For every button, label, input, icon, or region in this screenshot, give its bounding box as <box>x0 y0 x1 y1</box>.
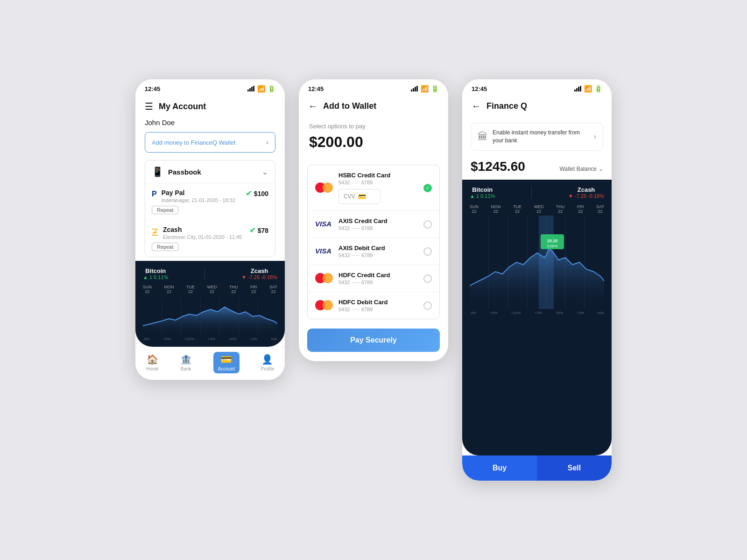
visa-logo-axis-credit: VISA <box>315 218 333 231</box>
pay-securely-button[interactable]: Pay Securely <box>307 329 440 352</box>
status-bar-3: 12:45 📶 🔋 <box>462 79 612 96</box>
card-item-hdfc-debit[interactable]: HDFC Debit Card 5432 ······ 6789 <box>308 292 439 319</box>
back-icon-2[interactable]: ← <box>308 101 317 112</box>
mastercard-logo-hdfc-debit <box>315 300 333 311</box>
svg-rect-1 <box>249 88 251 91</box>
wifi-icon-3: 📶 <box>584 85 592 92</box>
s3-chart-label-7: N/A <box>598 311 604 315</box>
status-icons-1: 📶 🔋 <box>247 85 275 92</box>
passbook-icon: 📱 <box>152 166 163 177</box>
day-mon: MON22 <box>164 285 174 294</box>
s3-bitcoin-stat: Bitcoin ▲ 1 0.11% <box>470 186 495 199</box>
chart-label-5: +6% <box>229 337 236 341</box>
passbook-header[interactable]: 📱 Passbook ⌄ <box>145 161 275 183</box>
passbook-section: 📱 Passbook ⌄ P Pay Pal Inderanagar, 21-0… <box>145 160 275 257</box>
card-num-hsbc: 5432 ······ 6789 <box>338 180 418 185</box>
username: John Doe <box>135 119 285 132</box>
nav-account-label: Account <box>218 366 235 371</box>
paypal-icon: P <box>152 190 157 198</box>
card-name-axis-credit: AXIS Credit Card <box>338 217 418 224</box>
day-fri: FRI22 <box>250 285 257 294</box>
battery-icon-3: 🔋 <box>594 85 602 92</box>
svg-rect-11 <box>413 88 414 91</box>
card-radio-hdfc-debit[interactable] <box>423 301 432 310</box>
bank-icon: 🏦 <box>180 354 192 365</box>
wallet-balance-label: Wallet Balance ⌄ <box>559 166 603 172</box>
nav-profile[interactable]: 👤 Profile <box>261 354 274 371</box>
card-radio-axis-credit[interactable] <box>423 220 432 229</box>
menu-icon[interactable]: ☰ <box>145 101 153 112</box>
card-radio-hdfc-credit[interactable] <box>423 274 432 283</box>
card-num-axis-debit: 5432 ······ 6789 <box>338 252 418 258</box>
repeat-paypal-button[interactable]: Repeat <box>152 206 178 214</box>
nav-home[interactable]: 🏠 Home <box>146 354 159 371</box>
transaction-paypal: P Pay Pal Inderanagar, 21-01-2020 - 18:3… <box>145 183 275 220</box>
nav-profile-label: Profile <box>261 366 274 371</box>
s3-zcash-stat: Zcash ▼ -7.25 -0.18% <box>568 186 604 199</box>
zcash-label: Zcash <box>241 267 277 274</box>
buy-button[interactable]: Buy <box>462 455 537 481</box>
wallet-banner[interactable]: Add money to FinanceQ Wallet › <box>145 132 275 153</box>
s3-day-tue: TUE22 <box>513 204 521 214</box>
svg-rect-3 <box>253 86 254 91</box>
s3-chart-label-2: +5% <box>490 311 497 315</box>
buy-sell-section: Buy Sell <box>462 455 612 481</box>
nav-bank[interactable]: 🏦 Bank <box>180 354 192 371</box>
card-name-hdfc-debit: HDFC Debit Card <box>338 299 418 306</box>
page-title-1: My Account <box>159 102 206 112</box>
bank-banner-text: Enable instant money transfer from your … <box>493 129 589 145</box>
svg-rect-12 <box>415 87 416 91</box>
card-num-axis-credit: 5432 ······ 6789 <box>338 225 418 231</box>
header-2: ← Add to Wallet <box>299 96 448 118</box>
header-3: ← Finance Q <box>462 96 612 118</box>
day-tue: TUE22 <box>186 285 195 294</box>
card-item-axis-credit[interactable]: VISA AXIS Credit Card 5432 ······ 6789 <box>308 211 439 238</box>
s3-chart-label-4: +4% <box>535 311 542 315</box>
status-bar-2: 12:45 📶 🔋 <box>299 79 448 96</box>
page-title-3: Finance Q <box>486 101 527 111</box>
sell-button[interactable]: Sell <box>537 455 612 481</box>
bank-arrow-icon: › <box>594 133 596 141</box>
card-item-hdfc-credit[interactable]: HDFC Credit Card 5432 ······ 6789 <box>308 265 439 292</box>
cvv-input[interactable]: CVV 💳 <box>338 189 381 204</box>
tx-zcash-amount: $78 <box>258 227 268 234</box>
visa-logo-axis-debit: VISA <box>315 245 333 258</box>
card-name-hsbc: HSBC Credit Card <box>338 172 418 179</box>
chart-section-1: Bitcoin ▲ 1 0.11% Zcash ▼ -7.25 -0.18% S… <box>135 261 285 347</box>
battery-icon-2: 🔋 <box>431 85 439 92</box>
repeat-zcash-button[interactable]: Repeat <box>152 243 178 251</box>
s3-day-fri: FRI22 <box>577 204 584 214</box>
svg-text:0.06%: 0.06% <box>547 244 558 248</box>
battery-icon: 🔋 <box>268 85 275 92</box>
s3-chart-label-5: +6% <box>556 311 563 315</box>
bank-banner[interactable]: 🏛 Enable instant money transfer from you… <box>471 123 603 151</box>
svg-rect-24 <box>539 216 554 309</box>
chart-label-2: +5% <box>163 337 170 341</box>
status-bar-1: 12:45 📶 🔋 <box>135 79 285 96</box>
card-radio-axis-debit[interactable] <box>423 247 432 256</box>
day-thu: THU22 <box>229 285 238 294</box>
zcash-stat: Zcash ▼ -7.25 -0.18% <box>241 267 277 280</box>
nav-bank-label: Bank <box>181 366 191 371</box>
svg-rect-10 <box>411 90 412 91</box>
card-num-hdfc-credit: 5432 ······ 6789 <box>338 280 418 285</box>
zcash-change: ▼ -7.25 -0.18% <box>241 274 277 280</box>
wifi-icon-2: 📶 <box>421 85 429 92</box>
day-sun: SUN22 <box>143 285 152 294</box>
signal-icon-3 <box>574 86 582 91</box>
nav-account[interactable]: 💳 Account <box>213 352 240 373</box>
s3-day-sat: SAT22 <box>596 204 604 214</box>
phone-screen-2: 12:45 📶 🔋 ← Add to Wallet Select options… <box>299 79 448 361</box>
card-item-hsbc[interactable]: HSBC Credit Card 5432 ······ 6789 CVV 💳 <box>308 165 439 211</box>
back-icon-3[interactable]: ← <box>472 101 481 112</box>
chart-label-7: N/A <box>271 337 277 341</box>
wallet-arrow-icon: › <box>266 138 268 147</box>
card-list: HSBC Credit Card 5432 ······ 6789 CVV 💳 … <box>307 165 440 319</box>
tx-paypal-name: Pay Pal <box>162 189 235 196</box>
card-item-axis-debit[interactable]: VISA AXIS Debit Card 5432 ······ 6789 <box>308 238 439 265</box>
status-time-2: 12:45 <box>308 85 324 92</box>
s3-day-mon: MON22 <box>491 204 501 214</box>
s3-day-sun: SUN22 <box>470 204 479 214</box>
bitcoin-stat: Bitcoin ▲ 1 0.11% <box>143 267 168 280</box>
card-radio-hsbc[interactable] <box>423 184 432 192</box>
